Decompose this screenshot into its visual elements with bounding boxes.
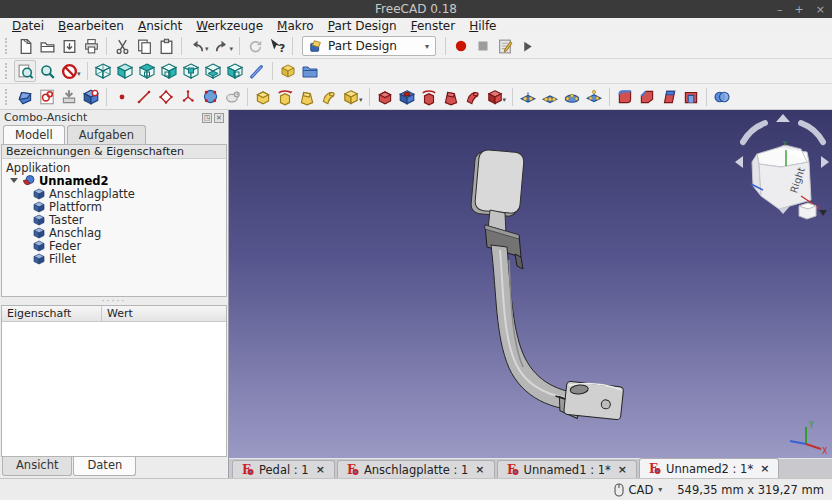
tab-aufgaben[interactable]: Aufgaben (67, 125, 146, 144)
polar-pattern-icon[interactable] (561, 86, 583, 108)
fit-all-icon[interactable] (14, 60, 36, 82)
macro-play-icon[interactable] (516, 35, 538, 57)
panel-splitter-handle[interactable]: ····· (0, 297, 228, 305)
local-cs-icon[interactable] (177, 86, 199, 108)
property-table-body[interactable] (2, 322, 226, 456)
create-group-icon[interactable] (299, 60, 321, 82)
tab-close-icon[interactable]: × (618, 463, 627, 476)
create-sketch-icon[interactable] (36, 86, 58, 108)
tab-ansicht[interactable]: Ansicht (2, 457, 72, 476)
save-file-icon[interactable] (58, 35, 80, 57)
additive-pipe-icon[interactable] (318, 86, 340, 108)
view-bottom-icon[interactable] (202, 60, 224, 82)
tab-daten[interactable]: Daten (73, 457, 136, 476)
nav-style-label[interactable]: CAD (629, 483, 654, 497)
datum-plane-icon[interactable] (155, 86, 177, 108)
toolbar-drag-handle[interactable] (5, 89, 10, 105)
tree-root-application[interactable]: Applikation (2, 161, 226, 174)
expand-caret-icon[interactable] (10, 178, 18, 183)
draw-style-dropdown-caret[interactable]: ▾ (77, 70, 81, 78)
fillet-icon[interactable] (614, 86, 636, 108)
column-wert[interactable]: Wert (102, 306, 226, 321)
view-front-icon[interactable] (114, 60, 136, 82)
additive-primitive-dropdown-caret[interactable]: ▾ (359, 96, 363, 104)
datum-point-icon[interactable] (111, 86, 133, 108)
pocket-icon[interactable] (374, 86, 396, 108)
menu-bearbeiten[interactable]: Bearbeiten (51, 19, 131, 34)
view-axonometric-icon[interactable] (92, 60, 114, 82)
view-right-icon[interactable] (158, 60, 180, 82)
paste-icon[interactable] (155, 35, 177, 57)
tree-item-feature[interactable]: Anschlag (2, 226, 226, 239)
view-top-icon[interactable] (136, 60, 158, 82)
tab-close-icon[interactable]: × (475, 463, 484, 476)
doc-tab-unnamed1[interactable]: F Unnamed1 : 1* × (497, 460, 637, 478)
new-file-icon[interactable] (14, 35, 36, 57)
maximize-button[interactable]: + (795, 3, 804, 16)
menu-werkzeuge[interactable]: Werkzeuge (189, 19, 270, 34)
copy-icon[interactable] (133, 35, 155, 57)
macro-stop-icon[interactable] (472, 35, 494, 57)
nav-style-dropdown-caret[interactable]: ▾ (658, 485, 662, 494)
toolbar-drag-handle[interactable] (5, 63, 10, 79)
cut-icon[interactable] (111, 35, 133, 57)
thickness-icon[interactable] (680, 86, 702, 108)
mirrored-icon[interactable] (517, 86, 539, 108)
datum-line-icon[interactable] (133, 86, 155, 108)
doc-tab-unnamed2[interactable]: F Unnamed2 : 1* × (639, 458, 779, 478)
boolean-icon[interactable] (711, 86, 733, 108)
menu-makro[interactable]: Makro (270, 19, 321, 34)
tree-item-feature[interactable]: Feder (2, 239, 226, 252)
tab-close-icon[interactable]: × (316, 463, 325, 476)
chamfer-icon[interactable] (636, 86, 658, 108)
workbench-selector[interactable]: Part Design ▾ (302, 36, 436, 56)
toolbar-drag-handle[interactable] (5, 38, 10, 54)
map-sketch-icon[interactable] (80, 86, 102, 108)
redo-dropdown-caret[interactable]: ▾ (230, 45, 234, 53)
whats-this-icon[interactable]: ? (266, 35, 288, 57)
additive-loft-icon[interactable] (296, 86, 318, 108)
revolution-icon[interactable] (274, 86, 296, 108)
tab-modell[interactable]: Modell (3, 125, 65, 144)
edit-sketch-icon[interactable] (58, 86, 80, 108)
macro-edit-icon[interactable] (494, 35, 516, 57)
menu-ansicht[interactable]: Ansicht (131, 19, 189, 34)
linear-pattern-icon[interactable] (539, 86, 561, 108)
open-file-icon[interactable] (36, 35, 58, 57)
3d-viewport[interactable]: Right Y x Y X (229, 110, 832, 458)
undo-dropdown-caret[interactable]: ▾ (205, 45, 209, 53)
nav-cube-menu[interactable] (799, 203, 827, 219)
fit-selection-icon[interactable] (36, 60, 58, 82)
minimize-button[interactable]: – (777, 3, 783, 16)
measure-distance-icon[interactable] (246, 60, 268, 82)
doc-tab-pedal[interactable]: F Pedal : 1 × (232, 460, 335, 478)
menu-part-design[interactable]: Part Design (321, 19, 404, 34)
groove-icon[interactable] (418, 86, 440, 108)
multi-transform-icon[interactable] (583, 86, 605, 108)
navigation-cube[interactable]: Right Y x (735, 114, 829, 219)
menu-hilfe[interactable]: Hilfe (462, 19, 503, 34)
shape-binder-icon[interactable] (199, 86, 221, 108)
menu-fenster[interactable]: Fenster (404, 19, 463, 34)
tree-item-feature[interactable]: Fillet (2, 252, 226, 265)
close-button[interactable]: × (816, 3, 825, 16)
macro-record-icon[interactable] (450, 35, 472, 57)
print-icon[interactable] (80, 35, 102, 57)
tree-item-feature[interactable]: Anschlagplatte (2, 187, 226, 200)
tree-column-header[interactable]: Bezeichnungen & Eigenschaften (2, 145, 226, 159)
create-body-icon[interactable] (14, 86, 36, 108)
tree-item-feature[interactable]: Plattform (2, 200, 226, 213)
refresh-icon[interactable] (244, 35, 266, 57)
tree-item-feature[interactable]: Taster (2, 213, 226, 226)
pad-icon[interactable] (252, 86, 274, 108)
subtractive-loft-icon[interactable] (440, 86, 462, 108)
column-eigenschaft[interactable]: Eigenschaft (2, 306, 102, 321)
menu-datei[interactable]: Datei (5, 19, 51, 34)
view-rear-icon[interactable] (180, 60, 202, 82)
create-part-icon[interactable] (277, 60, 299, 82)
subtractive-primitive-dropdown-caret[interactable]: ▾ (503, 96, 507, 104)
panel-close-icon[interactable]: ✕ (214, 113, 224, 123)
doc-tab-anschlagplatte[interactable]: F Anschlagplatte : 1 × (337, 460, 495, 478)
draft-icon[interactable] (658, 86, 680, 108)
subtractive-pipe-icon[interactable] (462, 86, 484, 108)
